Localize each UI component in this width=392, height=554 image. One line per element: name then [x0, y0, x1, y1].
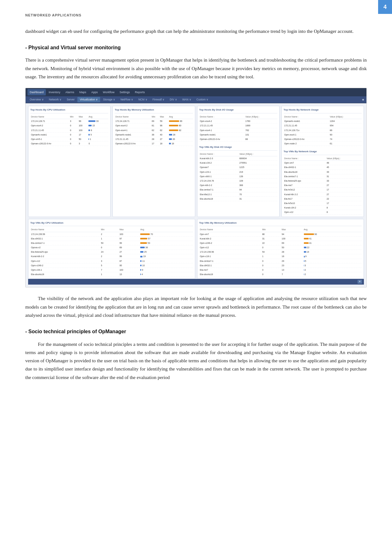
top-panels-row: Top Hosts By CPU Utilization Device Name…: [28, 106, 364, 217]
nav-maps[interactable]: Maps: [77, 89, 88, 95]
table-row: 172.21.11.45954: [284, 123, 362, 128]
panel-title-vms-disk: Top VMs By Disk I/O Usage: [199, 145, 277, 151]
col-max: Max: [78, 115, 88, 119]
table-row: Opm-esx4-21760: [199, 119, 277, 123]
table-row: Opm-c24-1219: [199, 170, 277, 174]
table-row: 172.21.11.450100 6: [30, 128, 108, 132]
table-row: Opmanfv-node13640 28: [115, 132, 193, 137]
section2-heading: - Socio technical principles of OpManage…: [25, 328, 367, 336]
vms-cpu-table: Device NameMinMaxAvg 172.24.156.562100 7…: [30, 227, 193, 277]
table-row: Opm-c16-1116 9: [199, 254, 362, 259]
table-row: Ela-c6432-145: [284, 165, 362, 170]
bottom-panels-row: Top VMs By CPU Utilization Device NameMi…: [28, 219, 364, 279]
table-row: Opm-v128: [284, 210, 362, 214]
table-row: Opm-vm748: [284, 161, 362, 165]
panel-title-vms-memory: Top VMs By Memory Utilization: [199, 221, 362, 226]
panel-title-hosts-disk: Top Hosts By Disk I/O Usage: [199, 108, 277, 113]
subnav-netflow[interactable]: NetFlow ∨: [118, 97, 136, 103]
table-row: Ela-centos7-15099 53: [30, 241, 193, 245]
table-row: Ela-centos7-1029 5: [199, 259, 362, 263]
table-row: Ela-c6432-1197 57: [30, 236, 193, 241]
table-row: 172.24.154.76109: [199, 179, 277, 183]
panel-top-hosts-cpu: Top Hosts By CPU Utilization Device Name…: [28, 106, 111, 217]
table-row: Opman-c26122-0-hv03 0: [30, 142, 108, 146]
table-row: Ela-fedora25-opc2427 25: [30, 250, 193, 254]
table-row: 172.24.156.562100 70: [30, 232, 193, 236]
section2-body: For the management of socio technical pr…: [25, 340, 367, 382]
table-row: Kunal-c34-28: [284, 206, 362, 210]
panel-title-hosts-network: Top Hosts By Network Usage: [284, 108, 362, 113]
table-row: Opn-vm78694 90: [199, 232, 362, 236]
nav-alarms[interactable]: Alarms: [63, 89, 76, 95]
vms-network-table: Device Name :Value (KBps) : Opm-vm748 El…: [284, 156, 362, 214]
hosts-cpu-table: Device Name Min Max Avg 172.24.128.71399…: [30, 115, 108, 146]
table-row: Opm-esx4-20100 15: [30, 123, 108, 128]
subnav-storage[interactable]: Storage ∨: [101, 97, 118, 103]
table-row: Opova-v2069 36: [30, 245, 193, 250]
table-row: Ela-fe1722: [284, 196, 362, 201]
table-row: Opm-esx4-28196 80: [115, 123, 193, 128]
panel-top-hosts-network: Top Hosts By Network Usage Device Name :…: [281, 106, 364, 217]
panel-title-vms-network: Top VMs By Network Usage: [284, 150, 362, 155]
subnav-network[interactable]: Network ∨: [47, 97, 64, 103]
table-row: Ela-ubuntu18113 4: [30, 272, 193, 277]
vms-memory-table: Device NameMinMaxAvg Opn-vm78694 90 Kuna…: [199, 227, 362, 277]
hosts-memory-table: Device NameMinMaxAvg 172.24.128.716959 8…: [115, 115, 193, 146]
table-row: 172.21.11.452827 26: [115, 137, 193, 141]
nav-bar: Dashboard Inventory Alarms Maps Apps Wor…: [26, 88, 366, 96]
subnav-overview[interactable]: Overview ∨: [27, 97, 46, 103]
intro-paragraph: dashboard widget can eb used for configu…: [25, 27, 367, 35]
subnav-firewall[interactable]: Firewall ∨: [150, 97, 167, 103]
table-row: Ela-centos7-131: [284, 174, 362, 178]
table-row: Ela-hr3v1217: [284, 188, 362, 192]
subnav-custom[interactable]: Custom ∨: [194, 97, 211, 103]
table-row: Kunal-k8i-2-2299 19: [30, 254, 193, 259]
subnav-server[interactable]: Server: [64, 97, 77, 103]
nav-workflow[interactable]: Workflow: [101, 89, 117, 95]
table-row: Ela-fedora25-opc33: [284, 179, 362, 183]
nav-apps[interactable]: Apps: [89, 89, 100, 95]
nav-dashboard[interactable]: Dashboard: [27, 89, 46, 95]
table-row: Ela-hr5v1017: [284, 201, 362, 205]
hosts-network-table: Device Name :Value (KBps) : Opmanfv-node…: [284, 115, 362, 146]
table-row: Kunal-h8r-2-227: [284, 192, 362, 196]
table-row: Kunal-k8r-231100 41: [199, 236, 362, 241]
panel-title-vms-cpu: Top VMs By CPU Utilization: [30, 221, 193, 226]
table-row: Ela-k9a12-170: [199, 192, 277, 196]
col-avg: Avg: [88, 115, 108, 119]
after-dashboard-paragraph: The visibility of the network and the ap…: [25, 294, 367, 319]
subnav-virtualization[interactable]: Virtualization ∨: [77, 97, 100, 103]
table-row: 172.24.128.71x86: [284, 128, 362, 132]
panel-title-hosts-cpu: Top Hosts By CPU Utilization: [30, 108, 108, 113]
table-row: 172.24.128.71399 33: [30, 119, 108, 123]
table-row: Opn-vm5-1050 1: [30, 137, 108, 141]
nav-inventory[interactable]: Inventory: [46, 89, 63, 95]
col-device-name: Device Name: [30, 115, 69, 119]
panel-top-vms-cpu: Top VMs By CPU Utilization Device NameMi…: [28, 219, 195, 279]
panel-title-hosts-memory: Top Hosts By Memory Utilization: [115, 108, 193, 113]
nav-reports[interactable]: Reports: [133, 89, 147, 95]
dashboard-body: Top Hosts By CPU Utilization Device Name…: [26, 103, 366, 287]
table-row: Opman-c26122-0-hv1718 18: [115, 142, 193, 146]
vms-disk-table: Device Name :Value (KBps) : Kunal-k8i-2-…: [199, 152, 277, 201]
subnav-div[interactable]: DIV ∨: [167, 97, 179, 103]
section1-body: There is a comprehensive virtual server …: [25, 56, 367, 81]
table-row: Opmanfv-node11204: [284, 119, 362, 123]
document-header: NETWORKED APPLICATIONS: [25, 13, 367, 18]
table-row: Opm-k8i-2-2366: [199, 183, 277, 188]
table-row: Opm-v249-22269 41: [199, 241, 362, 245]
scroll-down-button[interactable]: ▼: [358, 280, 362, 284]
table-row: Opm-esx4-190: [284, 132, 362, 137]
subnav-ncm[interactable]: NCM ∨: [136, 97, 150, 103]
scroll-indicator[interactable]: ▼: [28, 279, 364, 285]
panel-top-hosts-disk: Top Hosts By Disk I/O Usage Device Name …: [197, 106, 280, 217]
table-row: Opm-esx4-1762: [199, 128, 277, 132]
nav-settings[interactable]: Settings: [117, 89, 132, 95]
table-row: Opmanfv-node1101: [199, 132, 277, 137]
table-row: Ela-ubuntu1807 2: [199, 272, 362, 277]
table-row: Kunal-k8i-2-3689634: [199, 156, 277, 161]
table-row: 172.21.11.451669: [199, 123, 277, 128]
subnav-wan[interactable]: WAN ∨: [180, 97, 194, 103]
table-row: Opovan71225: [199, 165, 277, 170]
table-row: Opm-node-261: [284, 142, 362, 146]
